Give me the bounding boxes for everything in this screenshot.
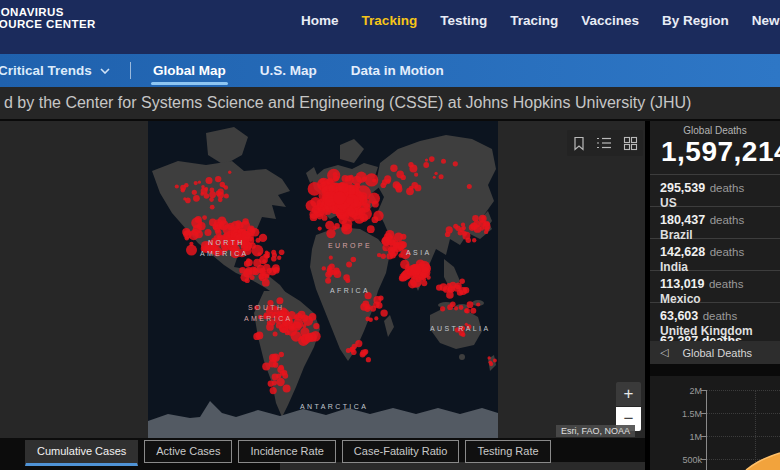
subnav-divider [130,62,131,79]
country-deaths-list: 295,539 deaths US 180,437 deaths Brazil … [650,174,780,334]
nav-item-vaccines[interactable]: Vaccines [581,13,639,28]
panel-header: Global Deaths [650,125,780,136]
tab-data-in-motion[interactable]: Data in Motion [351,54,444,87]
label-antarctica: ANTARCTICA [300,403,368,410]
label-south-america: SOUTH [248,304,285,311]
list-item-us[interactable]: 295,539 deaths US [650,174,780,206]
list-item-united-kingdom[interactable]: 63,603 deaths United Kingdom [650,302,780,334]
jhu-covid-dashboard: CORONAVIRUS RESOURCE CENTER Home Trackin… [0,0,780,470]
top-nav-bar: CORONAVIRUS RESOURCE CENTER Home Trackin… [0,0,780,54]
global-deaths-panel: Global Deaths 1,597,214 295,539 deaths U… [645,121,780,470]
chevron-down-icon [100,68,110,74]
global-deaths-chart: 2M 1.5M 1M 500k [650,376,780,470]
world-map-svg: NORTH AMERICA SOUTH AMERICA EUROPE AFRIC… [148,121,498,438]
nav-item-by-region[interactable]: By Region [662,13,729,28]
list-item-mexico[interactable]: 113,019 deaths Mexico [650,270,780,302]
nav-item-news[interactable]: News [752,13,780,28]
nav-item-testing[interactable]: Testing [440,13,487,28]
site-logo[interactable]: CORONAVIRUS RESOURCE CENTER [0,6,96,30]
top-nav-links: Home Tracking Testing Tracing Vaccines B… [301,13,780,28]
list-item-brazil[interactable]: 180,437 deaths Brazil [650,206,780,238]
nav-item-tracking[interactable]: Tracking [362,13,418,28]
basemap-grid-icon[interactable] [623,136,638,151]
continents [148,127,498,438]
list-item-india[interactable]: 142,628 deaths India [650,238,780,270]
label-europe: EUROPE [328,242,372,249]
critical-trends-label: Critical Trends [0,63,92,78]
world-map[interactable]: NORTH AMERICA SOUTH AMERICA EUROPE AFRIC… [148,121,498,438]
global-deaths-total: 1,597,214 [650,136,780,172]
deaths-curve [650,376,780,470]
tab-incidence-rate[interactable]: Incidence Rate [238,440,335,463]
list-item-partial: 63,387 deaths [650,334,780,341]
tab-active-cases[interactable]: Active Cases [144,440,232,463]
subnav-tabs: Global Map U.S. Map Data in Motion [153,54,444,87]
critical-trends-menu[interactable]: Critical Trends [0,54,110,87]
dashboard-title: d by the Center for Systems Science and … [0,94,691,112]
tab-global-map[interactable]: Global Map [153,54,226,87]
nav-item-home[interactable]: Home [301,13,339,28]
collapse-left-icon: ◁ [660,346,668,359]
bookmark-icon[interactable] [572,136,586,151]
metric-tabs: Cumulative Cases Active Cases Incidence … [25,440,551,466]
nav-item-tracing[interactable]: Tracing [510,13,558,28]
sub-nav-bar: Critical Trends Global Map U.S. Map Data… [0,54,780,87]
dashboard-title-bar: d by the Center for Systems Science and … [0,87,780,121]
map-attribution: Esri, FAO, NOAA [556,425,635,437]
tab-us-map[interactable]: U.S. Map [260,54,317,87]
label-australia: AUSTRALIA [430,325,491,332]
map-panel: NORTH AMERICA SOUTH AMERICA EUROPE AFRIC… [0,121,645,470]
tab-case-fatality-ratio[interactable]: Case-Fatality Ratio [342,440,460,463]
zoom-in-button[interactable]: + [616,382,641,406]
map-toolbar [567,130,643,156]
global-deaths-toggle[interactable]: ◁ Global Deaths [650,341,780,364]
label-africa: AFRICA [330,287,370,294]
toggle-label: Global Deaths [668,347,780,359]
label-asia: ASIA [406,249,432,256]
logo-line2: RESOURCE CENTER [0,18,96,30]
tab-testing-rate[interactable]: Testing Rate [465,440,550,463]
label-north-america: NORTH [208,239,245,246]
tab-cumulative-cases[interactable]: Cumulative Cases [25,440,138,466]
svg-text:AMERICA: AMERICA [244,315,293,322]
legend-list-icon[interactable] [596,136,612,150]
svg-text:AMERICA: AMERICA [200,250,249,257]
logo-line1: CORONAVIRUS [0,6,96,18]
panel-gap [650,364,780,376]
map-zoom-controls: + − [616,382,641,431]
